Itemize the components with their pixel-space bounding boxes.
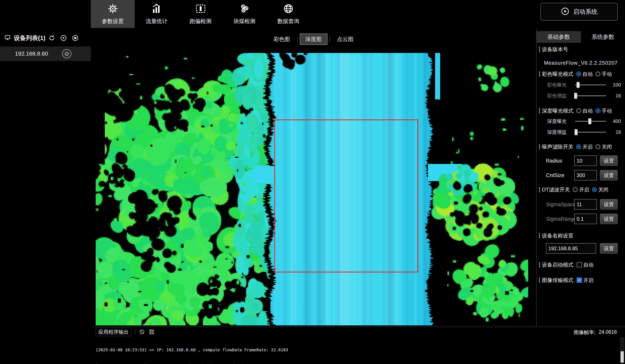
framerate-status: 图像帧率: 24.0616 [574,329,617,336]
color-gain-value: 16 [609,93,621,99]
bar-chart-icon [151,3,162,15]
noise-filter-off-radio[interactable] [595,144,600,149]
cntsize-label: CntSize [546,172,574,178]
framerate-value: 24.0616 [599,329,617,336]
color-gain-slider[interactable] [575,95,606,96]
framerate-label: 图像帧率: [574,329,595,336]
depth-gain-slider[interactable] [575,132,606,133]
device-name-row: 设置 [537,243,625,254]
dt-filter-label: DT滤波开关 [542,186,570,193]
color-exposure-value: 100 [609,82,621,88]
device-name-input[interactable] [546,243,596,254]
toolbar-item-label: 参数设置 [102,18,124,25]
color-exposure-slider-handle[interactable] [576,82,580,88]
cntsize-set-button[interactable]: 设置 [600,170,618,180]
noise-filter-label: 噪声滤除开关 [542,143,573,150]
start-system-label: 启动系统 [573,8,597,16]
depth-exposure-label: 深度曝光 [547,118,572,124]
device-name-set-button[interactable]: 设置 [600,243,618,254]
tab-system-params[interactable]: 系统参数 [581,31,625,43]
color-exposure-slider[interactable] [575,84,606,85]
start-system-button[interactable]: 启动系统 [540,3,618,21]
noise-filter-on-radio[interactable] [576,144,581,149]
accent-bar [539,47,540,52]
color-gain-label: 彩色增益 [547,93,572,99]
start-mode-auto-checkbox[interactable] [577,262,582,267]
device-power-button[interactable] [62,49,71,58]
device-name-label: 设备名称设置 [542,232,573,239]
color-exposure-label: 彩色曝光 [547,82,572,88]
play-all-icon[interactable] [60,34,67,41]
accent-bar [539,108,540,113]
accent-bar [539,233,540,238]
device-list-title: 设备列表(1) [14,34,45,42]
depth-exposure-slider-handle[interactable] [588,118,592,124]
log-scrollbar-thumb[interactable] [621,351,624,363]
log-line: [2025-02-08 18:23:53] >> IP: 192.168.8.6… [96,347,625,353]
depth-gain-label: 深度增益 [547,129,572,135]
gear-icon [107,3,119,15]
toolbar-item-label: 跑偏检测 [190,18,212,25]
sigmarange-label: SigmaRange [546,216,574,222]
log-line: [2025-02-08 18:23:55] >> setImageTransfe… [96,363,625,364]
toolbar-item-flow-statistics[interactable]: 流量统计 [135,0,179,28]
sigmaspace-row: SigmaSpace 设置 [537,199,625,210]
sigmarange-set-button[interactable]: 设置 [600,214,618,224]
color-exposure-mode-row: 彩色曝光模式 自动 手动 [537,70,625,78]
depth-exposure-manual-radio[interactable] [595,108,600,113]
device-ip-label: 192.168.8.60 [15,51,48,57]
device-list-icon [4,34,11,42]
depth-exposure-auto-radio[interactable] [576,108,581,113]
dt-filter-on-radio[interactable] [573,187,578,192]
toolbar-item-coal-detection[interactable]: 块煤检测 [222,0,266,28]
depth-gain-value: 16 [609,129,621,135]
toolbar-item-deviation-detection[interactable]: 跑偏检测 [179,0,222,28]
accent-bar [539,71,540,77]
depth-gain-slider-handle[interactable] [574,129,578,135]
save-log-icon[interactable] [149,329,155,335]
cntsize-input[interactable] [574,170,597,180]
color-exposure-manual-radio[interactable] [595,72,600,76]
log-title-tab[interactable]: 应用程序输出 [96,328,131,336]
tab-pointcloud-image[interactable]: 点云图 [332,34,359,44]
noise-filter-on-label: 开启 [583,143,593,150]
accent-bar [539,262,540,268]
tab-separator [297,36,298,42]
log-lines: [2025-02-08 18:23:53] >> IP: 192.168.8.6… [91,337,625,364]
device-version-label: 设备版本号 [542,46,568,53]
roi-rectangle[interactable] [274,119,418,273]
depth-gain-slider-row: 深度增益 16 [537,128,625,136]
radius-set-button[interactable]: 设置 [600,155,618,166]
coal-lumps-icon [239,3,250,15]
refresh-icon[interactable] [48,34,55,41]
stop-all-icon[interactable] [72,34,79,41]
tab-depth-image[interactable]: 深度图 [300,33,327,45]
color-exposure-auto-radio[interactable] [576,72,581,76]
app-window: 参数设置 流量统计 跑偏检测 块煤检测 数据查询 [0,0,625,364]
tab-color-image[interactable]: 彩色图 [268,34,295,44]
image-view-tabs: 彩色图 深度图 点云图 [91,33,536,45]
clear-log-icon[interactable] [139,329,145,335]
device-sidebar: 设备列表(1) 192.168.8.60 [0,28,91,364]
accent-bar [539,144,540,150]
sigmarange-input[interactable] [574,214,597,224]
color-gain-slider-row: 彩色增益 16 [537,92,625,100]
sigmaspace-set-button[interactable]: 设置 [600,199,618,210]
log-scrollbar[interactable] [620,337,624,363]
device-list-item[interactable]: 192.168.8.60 [0,47,91,61]
noise-filter-off-label: 关闭 [602,143,612,150]
depth-exposure-slider[interactable] [575,121,606,122]
color-exposure-manual-label: 手动 [602,71,612,77]
tab-basic-params[interactable]: 基础参数 [537,31,581,43]
color-gain-slider-handle[interactable] [574,93,577,99]
radius-input[interactable] [574,155,597,166]
dt-filter-off-radio[interactable] [592,187,597,192]
sigmaspace-label: SigmaSpace [546,201,574,208]
deviation-detect-icon [195,3,206,15]
transfer-mode-on-checkbox[interactable] [577,278,582,283]
accent-bar [539,187,540,193]
toolbar-item-data-query[interactable]: 数据查询 [266,0,310,28]
transfer-mode-label: 图像传输模式 [542,277,573,284]
sigmaspace-input[interactable] [574,199,597,210]
toolbar-item-parameter-settings[interactable]: 参数设置 [91,0,135,28]
